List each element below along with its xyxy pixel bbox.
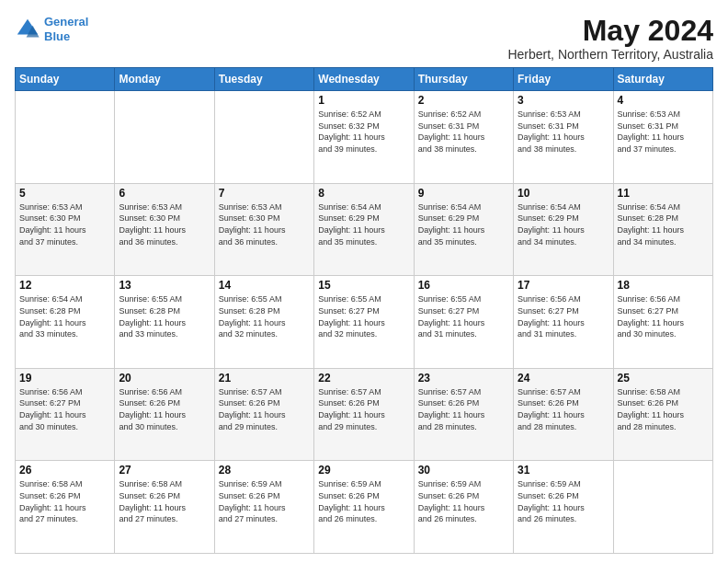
day-number: 23 bbox=[418, 372, 509, 385]
day-number: 24 bbox=[518, 372, 609, 385]
day-info: Sunrise: 6:58 AM Sunset: 6:26 PM Dayligh… bbox=[19, 478, 110, 524]
day-info: Sunrise: 6:56 AM Sunset: 6:27 PM Dayligh… bbox=[618, 293, 709, 339]
day-number: 16 bbox=[418, 279, 509, 292]
calendar-cell: 17Sunrise: 6:56 AM Sunset: 6:27 PM Dayli… bbox=[514, 276, 613, 369]
calendar-cell: 27Sunrise: 6:58 AM Sunset: 6:26 PM Dayli… bbox=[115, 461, 214, 554]
logo-text: General Blue bbox=[44, 15, 88, 43]
main-title: May 2024 bbox=[507, 15, 713, 47]
calendar-cell: 13Sunrise: 6:55 AM Sunset: 6:28 PM Dayli… bbox=[115, 276, 214, 369]
calendar-header-friday: Friday bbox=[514, 68, 613, 91]
calendar-cell: 10Sunrise: 6:54 AM Sunset: 6:29 PM Dayli… bbox=[514, 183, 613, 276]
day-number: 10 bbox=[518, 187, 609, 200]
day-number: 4 bbox=[618, 94, 709, 107]
day-number: 12 bbox=[19, 279, 110, 292]
calendar-cell: 31Sunrise: 6:59 AM Sunset: 6:26 PM Dayli… bbox=[514, 461, 613, 554]
day-info: Sunrise: 6:56 AM Sunset: 6:27 PM Dayligh… bbox=[19, 386, 110, 432]
day-number: 11 bbox=[618, 187, 709, 200]
calendar-cell: 18Sunrise: 6:56 AM Sunset: 6:27 PM Dayli… bbox=[613, 276, 712, 369]
subtitle: Herbert, Northern Territory, Australia bbox=[507, 47, 713, 62]
day-info: Sunrise: 6:54 AM Sunset: 6:28 PM Dayligh… bbox=[19, 293, 110, 339]
day-number: 7 bbox=[219, 187, 310, 200]
day-number: 21 bbox=[219, 372, 310, 385]
calendar-cell: 4Sunrise: 6:53 AM Sunset: 6:31 PM Daylig… bbox=[613, 91, 712, 184]
day-info: Sunrise: 6:58 AM Sunset: 6:26 PM Dayligh… bbox=[618, 386, 709, 432]
day-number: 27 bbox=[119, 464, 210, 477]
day-number: 1 bbox=[318, 94, 409, 107]
calendar-cell: 14Sunrise: 6:55 AM Sunset: 6:28 PM Dayli… bbox=[214, 276, 313, 369]
day-info: Sunrise: 6:55 AM Sunset: 6:28 PM Dayligh… bbox=[119, 293, 210, 339]
calendar-week-0: 1Sunrise: 6:52 AM Sunset: 6:32 PM Daylig… bbox=[16, 91, 713, 184]
day-number: 2 bbox=[418, 94, 509, 107]
header: General Blue May 2024 Herbert, Northern … bbox=[15, 15, 713, 62]
calendar-cell: 23Sunrise: 6:57 AM Sunset: 6:26 PM Dayli… bbox=[414, 368, 513, 461]
day-number: 14 bbox=[219, 279, 310, 292]
calendar-cell: 5Sunrise: 6:53 AM Sunset: 6:30 PM Daylig… bbox=[16, 183, 115, 276]
calendar-cell: 19Sunrise: 6:56 AM Sunset: 6:27 PM Dayli… bbox=[16, 368, 115, 461]
calendar-cell: 1Sunrise: 6:52 AM Sunset: 6:32 PM Daylig… bbox=[314, 91, 414, 184]
calendar-cell bbox=[115, 91, 214, 184]
day-info: Sunrise: 6:54 AM Sunset: 6:29 PM Dayligh… bbox=[518, 201, 609, 247]
day-info: Sunrise: 6:53 AM Sunset: 6:30 PM Dayligh… bbox=[119, 201, 210, 247]
logo-general: General bbox=[44, 15, 88, 29]
calendar-cell bbox=[613, 461, 712, 554]
day-info: Sunrise: 6:54 AM Sunset: 6:29 PM Dayligh… bbox=[418, 201, 509, 247]
day-number: 30 bbox=[418, 464, 509, 477]
day-number: 9 bbox=[418, 187, 509, 200]
day-info: Sunrise: 6:55 AM Sunset: 6:27 PM Dayligh… bbox=[418, 293, 509, 339]
calendar-cell: 11Sunrise: 6:54 AM Sunset: 6:28 PM Dayli… bbox=[613, 183, 712, 276]
calendar-cell: 22Sunrise: 6:57 AM Sunset: 6:26 PM Dayli… bbox=[314, 368, 414, 461]
calendar-week-4: 26Sunrise: 6:58 AM Sunset: 6:26 PM Dayli… bbox=[16, 461, 713, 554]
calendar-week-1: 5Sunrise: 6:53 AM Sunset: 6:30 PM Daylig… bbox=[16, 183, 713, 276]
day-info: Sunrise: 6:54 AM Sunset: 6:28 PM Dayligh… bbox=[618, 201, 709, 247]
day-number: 17 bbox=[518, 279, 609, 292]
day-info: Sunrise: 6:57 AM Sunset: 6:26 PM Dayligh… bbox=[418, 386, 509, 432]
day-info: Sunrise: 6:59 AM Sunset: 6:26 PM Dayligh… bbox=[418, 478, 509, 524]
day-number: 25 bbox=[618, 372, 709, 385]
day-number: 15 bbox=[318, 279, 409, 292]
day-info: Sunrise: 6:59 AM Sunset: 6:26 PM Dayligh… bbox=[318, 478, 409, 524]
logo-icon bbox=[15, 17, 40, 42]
calendar-header-thursday: Thursday bbox=[414, 68, 513, 91]
day-number: 6 bbox=[119, 187, 210, 200]
calendar-cell bbox=[16, 91, 115, 184]
calendar-week-3: 19Sunrise: 6:56 AM Sunset: 6:27 PM Dayli… bbox=[16, 368, 713, 461]
calendar-cell: 8Sunrise: 6:54 AM Sunset: 6:29 PM Daylig… bbox=[314, 183, 414, 276]
calendar-cell: 9Sunrise: 6:54 AM Sunset: 6:29 PM Daylig… bbox=[414, 183, 513, 276]
calendar-cell: 16Sunrise: 6:55 AM Sunset: 6:27 PM Dayli… bbox=[414, 276, 513, 369]
day-info: Sunrise: 6:59 AM Sunset: 6:26 PM Dayligh… bbox=[219, 478, 310, 524]
logo: General Blue bbox=[15, 15, 88, 43]
calendar-cell: 6Sunrise: 6:53 AM Sunset: 6:30 PM Daylig… bbox=[115, 183, 214, 276]
day-number: 20 bbox=[119, 372, 210, 385]
calendar-cell: 24Sunrise: 6:57 AM Sunset: 6:26 PM Dayli… bbox=[514, 368, 613, 461]
day-number: 5 bbox=[19, 187, 110, 200]
calendar-cell bbox=[214, 91, 313, 184]
day-number: 28 bbox=[219, 464, 310, 477]
calendar-cell: 2Sunrise: 6:52 AM Sunset: 6:31 PM Daylig… bbox=[414, 91, 513, 184]
day-info: Sunrise: 6:53 AM Sunset: 6:30 PM Dayligh… bbox=[19, 201, 110, 247]
day-number: 13 bbox=[119, 279, 210, 292]
calendar-cell: 15Sunrise: 6:55 AM Sunset: 6:27 PM Dayli… bbox=[314, 276, 414, 369]
day-info: Sunrise: 6:52 AM Sunset: 6:31 PM Dayligh… bbox=[418, 109, 509, 155]
day-info: Sunrise: 6:53 AM Sunset: 6:31 PM Dayligh… bbox=[618, 109, 709, 155]
calendar-cell: 26Sunrise: 6:58 AM Sunset: 6:26 PM Dayli… bbox=[16, 461, 115, 554]
day-info: Sunrise: 6:55 AM Sunset: 6:27 PM Dayligh… bbox=[318, 293, 409, 339]
day-info: Sunrise: 6:54 AM Sunset: 6:29 PM Dayligh… bbox=[318, 201, 409, 247]
day-info: Sunrise: 6:57 AM Sunset: 6:26 PM Dayligh… bbox=[219, 386, 310, 432]
day-number: 8 bbox=[318, 187, 409, 200]
day-info: Sunrise: 6:59 AM Sunset: 6:26 PM Dayligh… bbox=[518, 478, 609, 524]
calendar-cell: 25Sunrise: 6:58 AM Sunset: 6:26 PM Dayli… bbox=[613, 368, 712, 461]
day-info: Sunrise: 6:55 AM Sunset: 6:28 PM Dayligh… bbox=[219, 293, 310, 339]
day-info: Sunrise: 6:56 AM Sunset: 6:26 PM Dayligh… bbox=[119, 386, 210, 432]
logo-blue: Blue bbox=[44, 29, 70, 43]
calendar-cell: 20Sunrise: 6:56 AM Sunset: 6:26 PM Dayli… bbox=[115, 368, 214, 461]
day-info: Sunrise: 6:52 AM Sunset: 6:32 PM Dayligh… bbox=[318, 109, 409, 155]
day-number: 26 bbox=[19, 464, 110, 477]
day-number: 3 bbox=[518, 94, 609, 107]
day-number: 18 bbox=[618, 279, 709, 292]
day-info: Sunrise: 6:53 AM Sunset: 6:31 PM Dayligh… bbox=[518, 109, 609, 155]
calendar-cell: 7Sunrise: 6:53 AM Sunset: 6:30 PM Daylig… bbox=[214, 183, 313, 276]
day-number: 19 bbox=[19, 372, 110, 385]
calendar-header-row: SundayMondayTuesdayWednesdayThursdayFrid… bbox=[16, 68, 713, 91]
day-number: 22 bbox=[318, 372, 409, 385]
calendar-header-wednesday: Wednesday bbox=[314, 68, 414, 91]
